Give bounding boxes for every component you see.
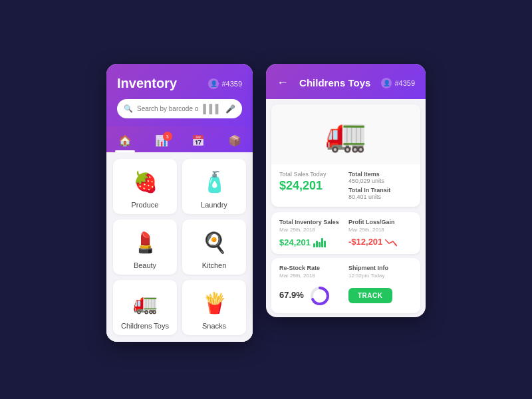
right-header: ← Childrens Toys 👤 #4359 [266, 64, 426, 99]
total-items: Total Items 450,029 units [348, 171, 412, 184]
shipment-date: 12:32pm Today [348, 273, 412, 279]
sales-chart [313, 237, 326, 247]
analytics-badge: 3 [163, 132, 172, 141]
product-image-area: 🚛 [271, 104, 420, 164]
produce-img: 🍓 [128, 167, 162, 197]
home-icon: 🏠 [118, 134, 132, 147]
snacks-img: 🍟 [197, 288, 231, 318]
profit-value: -$12,201 [348, 237, 412, 247]
inventory-screen: Inventory 👤 #4359 🔍 ▌▌▌ 🎤 🏠 📊 3 [106, 64, 253, 342]
produce-label: Produce [132, 201, 159, 209]
inventory-sales-col: Total Inventory Sales Mar 29th, 2018 $24… [279, 219, 343, 247]
restock-title: Re-Stock Rate [279, 265, 343, 271]
restock-col: Re-Stock Rate Mar 29th, 2018 67.9% [279, 265, 343, 307]
category-grid: 🍓 Produce 🧴 Laundry 💄 Beauty 🍳 Kitchen 🚛… [106, 152, 253, 342]
laundry-img: 🧴 [197, 167, 231, 197]
beauty-img: 💄 [128, 227, 162, 257]
shipment-title: Shipment Info [348, 265, 412, 271]
detail-screen: ← Childrens Toys 👤 #4359 🚛 Total Sales T… [266, 64, 426, 317]
category-laundry[interactable]: 🧴 Laundry [182, 159, 246, 214]
nav-tab-packages[interactable]: 📦 [223, 132, 247, 150]
back-button[interactable]: ← [277, 76, 289, 90]
left-header: Inventory 👤 #4359 🔍 ▌▌▌ 🎤 [106, 64, 253, 126]
profit-loss-col: Profit Loss/Gain Mar 29th, 2018 -$12,201 [348, 219, 412, 247]
nav-tab-home[interactable]: 🏠 [113, 132, 137, 150]
category-beauty[interactable]: 💄 Beauty [113, 219, 177, 275]
restock-date: Mar 29th, 2018 [279, 273, 343, 279]
inv-sales-date: Mar 29th, 2018 [279, 227, 343, 233]
detail-title: Childrens Toys [299, 77, 370, 88]
user-icon: 👤 [208, 78, 219, 89]
profit-title: Profit Loss/Gain [348, 219, 412, 225]
toys-img: 🚛 [128, 288, 162, 318]
total-transit: Total In Transit 80,401 units [348, 187, 412, 200]
right-user-id: #4359 [394, 79, 415, 87]
user-id: #4359 [221, 80, 242, 88]
category-toys[interactable]: 🚛 Childrens Toys [113, 280, 177, 335]
transit-value: 80,401 units [348, 194, 412, 200]
transit-label: Total In Transit [348, 187, 412, 194]
total-items-value: 450,029 units [348, 178, 412, 184]
nav-tab-calendar[interactable]: 📅 [186, 132, 210, 150]
category-kitchen[interactable]: 🍳 Kitchen [182, 219, 246, 275]
kitchen-img: 🍳 [197, 227, 231, 257]
hero-card: 🚛 Total Sales Today $24,201 Total Items … [271, 104, 420, 207]
product-emoji: 🚛 [325, 115, 366, 154]
donut-chart [309, 285, 331, 307]
shipment-col: Shipment Info 12:32pm Today TRACK [348, 265, 412, 307]
hero-stats-row: Total Sales Today $24,201 Total Items 45… [271, 164, 420, 207]
sales-today-label: Total Sales Today [279, 171, 343, 178]
search-icon: 🔍 [124, 104, 133, 113]
sales-profit-cols: Total Inventory Sales Mar 29th, 2018 $24… [279, 219, 412, 247]
nav-tabs: 🏠 📊 3 📅 📦 [106, 126, 253, 152]
toys-label: Childrens Toys [121, 322, 169, 330]
nav-tab-analytics[interactable]: 📊 3 [150, 132, 174, 150]
total-items-label: Total Items [348, 171, 412, 178]
inventory-title: Inventory [117, 76, 177, 91]
right-user-badge: 👤 #4359 [381, 78, 415, 88]
barcode-icon: ▌▌▌ [203, 104, 221, 114]
sales-today-stat: Total Sales Today $24,201 [279, 171, 343, 200]
profit-date: Mar 29th, 2018 [348, 227, 412, 233]
search-input[interactable] [137, 105, 199, 112]
category-snacks[interactable]: 🍟 Snacks [182, 280, 246, 335]
category-produce[interactable]: 🍓 Produce [113, 159, 177, 214]
loss-chart [385, 238, 396, 246]
items-stats: Total Items 450,029 units Total In Trans… [348, 171, 412, 200]
inv-sales-title: Total Inventory Sales [279, 219, 343, 225]
restock-shipment-card: Re-Stock Rate Mar 29th, 2018 67.9% Shi [271, 258, 420, 313]
restock-shipment-cols: Re-Stock Rate Mar 29th, 2018 67.9% Shi [279, 265, 412, 307]
calendar-icon: 📅 [192, 134, 205, 147]
sales-today-value: $24,201 [279, 179, 343, 193]
mic-icon[interactable]: 🎤 [225, 104, 235, 114]
sales-profit-card: Total Inventory Sales Mar 29th, 2018 $24… [271, 212, 420, 254]
package-icon: 📦 [228, 134, 241, 147]
snacks-label: Snacks [202, 322, 226, 330]
search-bar[interactable]: 🔍 ▌▌▌ 🎤 [117, 99, 242, 118]
kitchen-label: Kitchen [202, 261, 227, 269]
track-button[interactable]: TRACK [348, 288, 392, 303]
restock-value: 67.9% [279, 290, 304, 300]
inv-sales-value: $24,201 [279, 237, 343, 247]
right-user-icon: 👤 [381, 78, 392, 88]
laundry-label: Laundry [201, 201, 227, 209]
user-badge: 👤 #4359 [208, 78, 242, 89]
beauty-label: Beauty [134, 261, 156, 269]
